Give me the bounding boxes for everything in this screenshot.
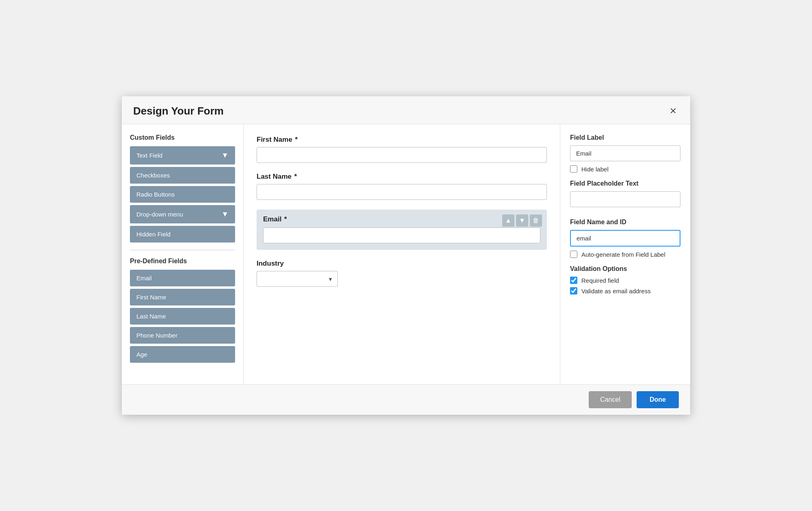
validation-section: Validation Options Required field Valida… — [570, 265, 680, 294]
field-label-section: Field Label Hide label — [570, 134, 680, 173]
validate-email-checkbox[interactable] — [570, 287, 577, 294]
field-btn-age[interactable]: Age — [130, 346, 235, 363]
field-btn-last-name[interactable]: Last Name — [130, 308, 235, 325]
hide-label-text: Hide label — [581, 166, 609, 173]
hide-label-checkbox[interactable] — [570, 165, 577, 173]
move-down-button[interactable]: ▼ — [516, 214, 528, 227]
field-btn-label: Hidden Field — [136, 231, 171, 238]
required-field-checkbox[interactable] — [570, 277, 577, 284]
hide-label-row: Hide label — [570, 165, 680, 173]
dialog-body: Custom Fields Text Field ▼ Checkboxes Ra… — [122, 124, 690, 384]
field-btn-hidden-field[interactable]: Hidden Field — [130, 226, 235, 243]
field-btn-text-field[interactable]: Text Field ▼ — [130, 146, 235, 165]
card-actions: ▲ ▼ 🗑 — [502, 214, 542, 227]
design-form-dialog: Design Your Form × Custom Fields Text Fi… — [122, 96, 690, 415]
dialog-header: Design Your Form × — [122, 96, 690, 124]
validate-email-row: Validate as email address — [570, 287, 680, 294]
chevron-down-icon: ▼ — [221, 151, 229, 160]
move-up-button[interactable]: ▲ — [502, 214, 514, 227]
validation-title: Validation Options — [570, 265, 680, 273]
placeholder-section: Field Placeholder Text — [570, 180, 680, 211]
divider — [130, 250, 235, 250]
email-field-card: Email * ▲ ▼ 🗑 — [257, 210, 547, 250]
auto-generate-row: Auto-generate from Field Label — [570, 251, 680, 258]
field-btn-label: Text Field — [136, 152, 162, 159]
field-btn-phone-number[interactable]: Phone Number — [130, 327, 235, 344]
left-panel: Custom Fields Text Field ▼ Checkboxes Ra… — [122, 124, 244, 384]
field-btn-label: Checkboxes — [136, 172, 170, 179]
field-btn-first-name[interactable]: First Name — [130, 289, 235, 305]
required-field-row: Required field — [570, 277, 680, 284]
close-button[interactable]: × — [667, 104, 679, 117]
dialog-title: Design Your Form — [133, 105, 224, 117]
center-panel: First Name * Last Name * Email * — [244, 124, 560, 384]
field-btn-dropdown-menu[interactable]: Drop-down menu ▼ — [130, 205, 235, 223]
field-label-title: Field Label — [570, 134, 680, 141]
field-name-section: Field Name and ID Auto-generate from Fie… — [570, 219, 680, 258]
validate-email-text: Validate as email address — [581, 288, 651, 294]
field-btn-label: Age — [136, 351, 147, 358]
field-label-input[interactable] — [570, 145, 680, 161]
industry-select[interactable] — [257, 271, 338, 287]
field-name-input[interactable] — [570, 230, 680, 247]
last-name-label: Last Name * — [257, 173, 547, 181]
industry-label: Industry — [257, 260, 547, 268]
required-asterisk: * — [294, 173, 297, 180]
field-btn-label: Email — [136, 275, 152, 281]
delete-button[interactable]: 🗑 — [530, 214, 542, 227]
last-name-group: Last Name * — [257, 173, 547, 200]
right-panel: Field Label Hide label Field Placeholder… — [560, 124, 690, 384]
field-name-title: Field Name and ID — [570, 219, 680, 226]
industry-group: Industry — [257, 260, 547, 287]
field-btn-email[interactable]: Email — [130, 270, 235, 286]
field-btn-label: First Name — [136, 294, 166, 301]
placeholder-title: Field Placeholder Text — [570, 180, 680, 187]
dialog-footer: Cancel Done — [122, 384, 690, 415]
field-btn-label: Phone Number — [136, 332, 177, 339]
field-btn-checkboxes[interactable]: Checkboxes — [130, 167, 235, 184]
first-name-group: First Name * — [257, 136, 547, 163]
field-btn-label: Drop-down menu — [136, 211, 183, 218]
chevron-down-icon: ▼ — [221, 210, 229, 219]
auto-generate-checkbox[interactable] — [570, 251, 577, 258]
email-input[interactable] — [263, 227, 540, 243]
field-btn-radio-buttons[interactable]: Radio Buttons — [130, 186, 235, 203]
email-label: Email * — [263, 215, 540, 223]
field-btn-label: Radio Buttons — [136, 191, 175, 198]
required-asterisk: * — [295, 136, 298, 143]
custom-fields-title: Custom Fields — [130, 134, 235, 141]
cancel-button[interactable]: Cancel — [589, 391, 632, 408]
field-btn-label: Last Name — [136, 313, 166, 320]
auto-generate-text: Auto-generate from Field Label — [581, 251, 665, 258]
placeholder-input[interactable] — [570, 191, 680, 207]
industry-dropdown-wrapper — [257, 271, 338, 287]
done-button[interactable]: Done — [637, 391, 679, 408]
required-field-text: Required field — [581, 277, 619, 284]
first-name-label: First Name * — [257, 136, 547, 144]
required-asterisk: * — [284, 215, 287, 223]
last-name-input[interactable] — [257, 184, 547, 200]
predefined-fields-title: Pre-Defined Fields — [130, 258, 235, 265]
first-name-input[interactable] — [257, 147, 547, 163]
